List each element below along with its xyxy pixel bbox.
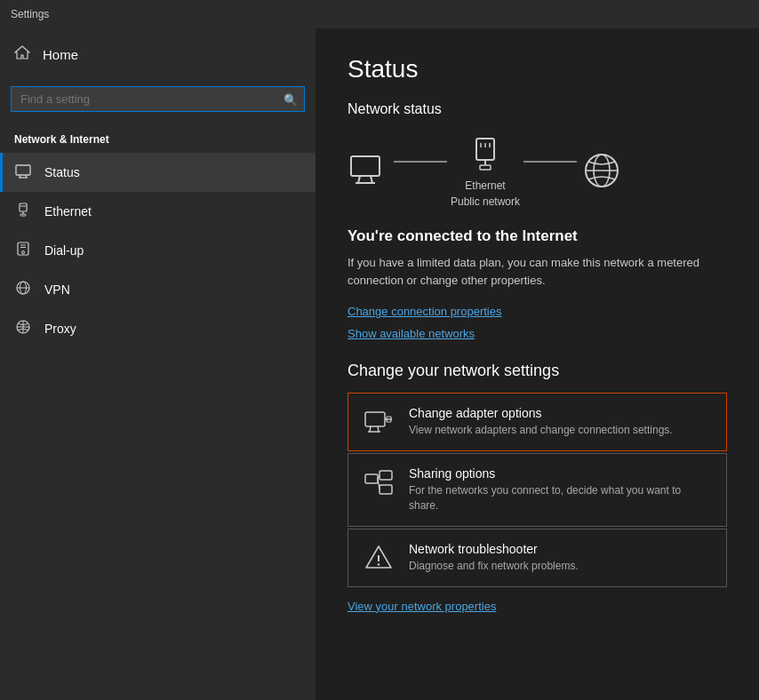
svg-point-11 [22, 251, 25, 254]
ethernet-diagram-label: Ethernet [465, 179, 505, 192]
svg-point-45 [378, 563, 380, 565]
home-icon [14, 44, 30, 65]
svg-rect-9 [20, 214, 26, 216]
proxy-icon [14, 319, 32, 338]
vpn-icon [14, 280, 32, 299]
sharing-card-title: Sharing options [409, 466, 712, 481]
adapter-card-title: Change adapter options [409, 406, 712, 420]
sidebar-item-dialup-label: Dial-up [44, 243, 84, 258]
svg-line-37 [378, 426, 379, 432]
sidebar-item-ethernet[interactable]: Ethernet [0, 192, 316, 231]
ethernet-svg [464, 133, 507, 176]
page-title: Status [348, 55, 727, 84]
net-line-1 [394, 161, 447, 163]
svg-rect-39 [365, 474, 378, 483]
status-icon [14, 163, 32, 182]
adapter-card-desc: View network adapters and change connect… [409, 423, 712, 438]
sidebar-item-vpn[interactable]: VPN [0, 270, 316, 309]
svg-rect-4 [20, 203, 27, 211]
sidebar-section-label: Network & Internet [0, 124, 316, 153]
network-diagram: Ethernet Public network [348, 133, 727, 208]
change-adapter-card[interactable]: Change adapter options View network adap… [348, 393, 727, 451]
adapter-icon [363, 406, 395, 438]
troubleshooter-card-desc: Diagnose and fix network problems. [409, 559, 712, 574]
network-type-label: Public network [451, 195, 520, 208]
connected-desc: If you have a limited data plan, you can… [348, 254, 721, 289]
search-input[interactable] [11, 86, 305, 112]
sharing-options-card[interactable]: Sharing options For the networks you con… [348, 453, 727, 527]
sidebar-home-button[interactable]: Home [0, 28, 316, 81]
sharing-icon [363, 466, 395, 498]
view-network-link[interactable]: View your network properties [348, 600, 727, 613]
svg-line-43 [378, 479, 380, 489]
computer-svg [348, 149, 390, 192]
svg-rect-0 [16, 165, 30, 175]
troubleshooter-card[interactable]: Network troubleshooter Diagnose and fix … [348, 529, 727, 587]
troubleshooter-card-title: Network troubleshooter [409, 542, 712, 556]
title-bar-label: Settings [11, 8, 49, 20]
network-status-heading: Network status [348, 101, 727, 117]
sharing-card-text: Sharing options For the networks you con… [409, 466, 712, 513]
sidebar-item-vpn-label: VPN [44, 282, 70, 297]
ethernet-icon-group: Ethernet Public network [451, 133, 520, 208]
troubleshooter-card-text: Network troubleshooter Diagnose and fix … [409, 542, 712, 574]
svg-rect-33 [365, 412, 385, 426]
sidebar-item-proxy[interactable]: Proxy [0, 309, 316, 348]
net-line-2 [523, 161, 577, 163]
ethernet-icon [14, 202, 32, 221]
sidebar-item-status-label: Status [44, 165, 80, 179]
sidebar-item-ethernet-label: Ethernet [44, 204, 92, 219]
svg-rect-10 [18, 243, 28, 255]
sidebar-item-dialup[interactable]: Dial-up [0, 231, 316, 270]
home-label: Home [43, 47, 78, 62]
connected-title: You're connected to the Internet [348, 227, 727, 245]
change-network-heading: Change your network settings [348, 362, 727, 380]
show-networks-link[interactable]: Show available networks [348, 327, 727, 340]
svg-rect-29 [480, 165, 491, 170]
svg-rect-20 [351, 156, 380, 176]
computer-icon-group [348, 149, 390, 192]
globe-svg [580, 149, 623, 192]
svg-line-21 [358, 176, 360, 183]
svg-line-36 [370, 426, 371, 432]
svg-rect-40 [380, 471, 392, 480]
sidebar-item-status[interactable]: Status [0, 153, 316, 192]
change-connection-link[interactable]: Change connection properties [348, 305, 727, 318]
search-wrap: 🔍 [11, 86, 305, 112]
globe-icon-group [580, 149, 623, 192]
sharing-card-desc: For the networks you connect to, decide … [409, 483, 712, 513]
adapter-card-text: Change adapter options View network adap… [409, 406, 712, 438]
title-bar: Settings [0, 0, 759, 28]
sidebar: Home 🔍 Network & Internet Status [0, 28, 316, 700]
troubleshooter-icon [363, 542, 395, 574]
content-area: Status Network status [316, 28, 759, 700]
main-container: Home 🔍 Network & Internet Status [0, 28, 759, 700]
svg-rect-24 [476, 139, 494, 160]
dialup-icon [14, 241, 32, 260]
svg-line-22 [371, 176, 372, 183]
svg-rect-41 [380, 485, 392, 494]
sidebar-item-proxy-label: Proxy [44, 322, 76, 336]
search-box-wrap: 🔍 [0, 81, 316, 124]
